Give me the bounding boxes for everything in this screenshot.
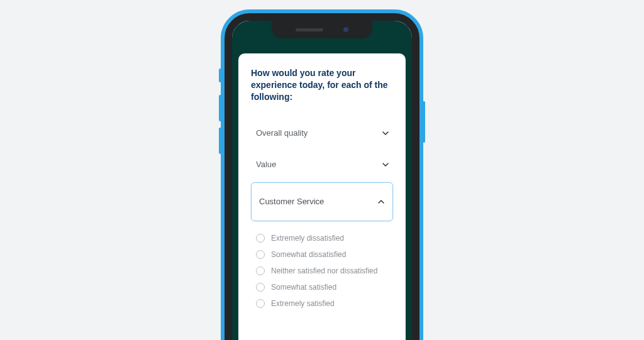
phone-volume-up (219, 95, 221, 121)
chevron-down-icon (380, 128, 391, 138)
phone-mute-switch (219, 69, 221, 82)
phone-bezel: How would you rate your experience today… (225, 13, 419, 340)
stage: How would you rate your experience today… (0, 0, 644, 340)
option-extremely-dissatisfied[interactable]: Extremely dissatisfied (256, 230, 393, 246)
option-label: Somewhat satisfied (271, 283, 336, 292)
option-label: Extremely dissatisfied (271, 234, 344, 243)
survey-card: How would you rate your experience today… (238, 53, 406, 340)
phone-camera (343, 27, 348, 32)
radio-icon (256, 299, 265, 308)
radio-icon (256, 283, 265, 292)
survey-question: How would you rate your experience today… (251, 67, 393, 103)
phone-speaker (296, 28, 323, 31)
accordion-row-value[interactable]: Value (251, 151, 393, 178)
phone-volume-down (219, 128, 221, 154)
radio-icon (256, 266, 265, 275)
option-neither[interactable]: Neither satisfied nor dissatisfied (256, 263, 393, 279)
accordion-row-overall-quality[interactable]: Overall quality (251, 119, 393, 147)
chevron-up-icon (376, 197, 386, 207)
radio-icon (256, 250, 265, 259)
phone-power-button (423, 101, 425, 143)
chevron-down-icon (380, 160, 391, 170)
option-extremely-satisfied[interactable]: Extremely satisfied (256, 295, 393, 312)
option-label: Neither satisfied nor dissatisfied (271, 266, 377, 275)
accordion-label: Customer Service (259, 197, 324, 206)
accordion-label: Value (256, 160, 276, 169)
accordion-row-customer-service[interactable]: Customer Service (251, 182, 393, 221)
radio-icon (256, 234, 265, 243)
option-label: Extremely satisfied (271, 299, 335, 308)
phone-frame: How would you rate your experience today… (221, 9, 423, 340)
option-somewhat-satisfied[interactable]: Somewhat satisfied (256, 279, 393, 295)
accordion-label: Overall quality (256, 128, 308, 138)
accordion-options: Extremely dissatisfied Somewhat dissatis… (251, 228, 393, 312)
option-somewhat-dissatisfied[interactable]: Somewhat dissatisfied (256, 246, 393, 263)
phone-screen: How would you rate your experience today… (232, 21, 412, 340)
phone-notch (272, 21, 372, 38)
option-label: Somewhat dissatisfied (271, 250, 346, 259)
